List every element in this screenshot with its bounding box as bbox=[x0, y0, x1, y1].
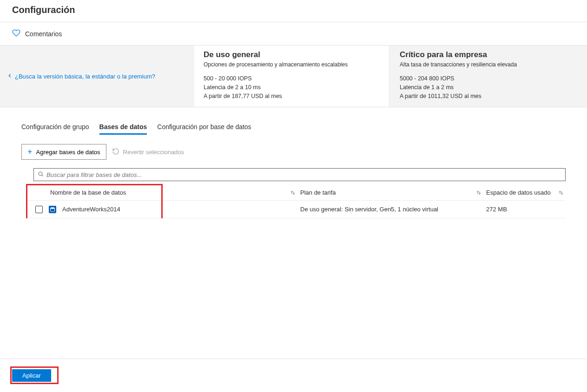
feedback-label: Comentarios bbox=[25, 30, 62, 38]
toolbar: + Agregar bases de datos Revertir selecc… bbox=[21, 144, 566, 160]
tier-card-business[interactable]: Crítico para la empresa Alta tasa de tra… bbox=[390, 46, 585, 107]
column-header-plan[interactable]: Plan de tarifa bbox=[300, 189, 336, 196]
database-icon: SQL bbox=[48, 205, 57, 214]
tier-general-iops: 500 - 20 000 IOPS bbox=[204, 74, 379, 83]
tier-general-latency: Latencia de 2 a 10 ms bbox=[204, 83, 379, 92]
tab-databases[interactable]: Bases de datos bbox=[99, 120, 147, 135]
tab-group-config[interactable]: Configuración de grupo bbox=[21, 120, 89, 135]
revert-selected-label: Revertir seleccionados bbox=[123, 149, 185, 156]
column-header-space[interactable]: Espacio de datos usado bbox=[486, 189, 551, 196]
add-databases-button[interactable]: + Agregar bases de datos bbox=[21, 144, 106, 160]
tier-link-label: ¿Busca la versión básica, la estándar o … bbox=[15, 73, 155, 80]
tier-general-subtitle: Opciones de procesamiento y almacenamien… bbox=[204, 61, 379, 68]
search-input-container[interactable] bbox=[33, 168, 566, 181]
search-input[interactable] bbox=[46, 171, 561, 178]
table-row[interactable]: SQL AdventureWorks2014 De uso general: S… bbox=[26, 201, 566, 218]
tier-card-general[interactable]: De uso general Opciones de procesamiento… bbox=[194, 46, 389, 107]
sort-icon[interactable] bbox=[558, 190, 564, 196]
undo-icon bbox=[112, 148, 119, 157]
tier-general-price: A partir de 187,77 USD al mes bbox=[204, 92, 379, 101]
tier-business-subtitle: Alta tasa de transacciones y resiliencia… bbox=[400, 61, 575, 68]
svg-line-1 bbox=[42, 175, 43, 176]
sort-icon[interactable] bbox=[290, 190, 296, 196]
svg-point-0 bbox=[39, 172, 42, 176]
row-checkbox[interactable] bbox=[35, 206, 43, 213]
tier-selector-row: ¿Busca la versión básica, la estándar o … bbox=[0, 46, 587, 107]
tier-business-latency: Latencia de 1 a 2 ms bbox=[400, 83, 575, 92]
basic-standard-premium-link[interactable]: ¿Busca la versión básica, la estándar o … bbox=[7, 72, 155, 80]
tier-business-price: A partir de 1011,32 USD al mes bbox=[400, 92, 575, 101]
sort-icon[interactable] bbox=[476, 190, 481, 196]
db-space: 272 MB bbox=[486, 206, 566, 213]
search-icon bbox=[38, 171, 44, 178]
table-header: Nombre de la base de datos Plan de tarif… bbox=[26, 185, 566, 201]
db-name: AdventureWorks2014 bbox=[62, 206, 120, 213]
tab-per-db-config[interactable]: Configuración por base de datos bbox=[157, 120, 251, 135]
svg-point-3 bbox=[51, 207, 55, 209]
svg-text:SQL: SQL bbox=[51, 209, 55, 212]
plus-icon: + bbox=[27, 148, 33, 156]
column-header-name[interactable]: Nombre de la base de datos bbox=[50, 189, 126, 196]
revert-selected-button: Revertir seleccionados bbox=[112, 148, 185, 157]
tier-business-title: Crítico para la empresa bbox=[400, 50, 575, 59]
db-plan: De uso general: Sin servidor, Gen5, 1 nú… bbox=[300, 206, 486, 213]
feedback-bar[interactable]: Comentarios bbox=[0, 22, 587, 46]
tabs: Configuración de grupo Bases de datos Co… bbox=[21, 120, 566, 135]
add-databases-label: Agregar bases de datos bbox=[36, 149, 100, 156]
databases-table: Nombre de la base de datos Plan de tarif… bbox=[26, 185, 566, 218]
tier-general-title: De uso general bbox=[204, 50, 379, 59]
page-title: Configuración bbox=[0, 0, 587, 22]
tier-business-iops: 5000 - 204 800 IOPS bbox=[400, 74, 575, 83]
chevron-left-icon bbox=[7, 72, 13, 80]
heart-icon bbox=[12, 29, 20, 39]
